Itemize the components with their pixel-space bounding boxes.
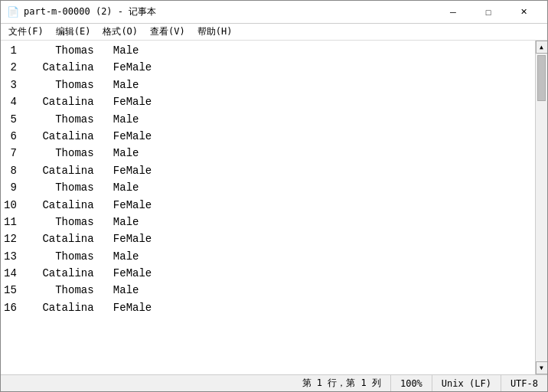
text-editor[interactable]: 1 Thomas Male 2 Catalina FeMale 3 Thomas…	[1, 41, 535, 374]
menu-edit[interactable]: 编辑(E)	[50, 24, 97, 40]
scroll-up-arrow[interactable]: ▲	[536, 41, 548, 54]
status-position: 第 1 行，第 1 列	[293, 375, 391, 391]
menu-bar: 文件(F) 编辑(E) 格式(O) 查看(V) 帮助(H)	[1, 24, 547, 41]
title-bar: 📄 part-m-00000 (2) - 记事本 ─ □ ✕	[1, 1, 547, 24]
scroll-thumb[interactable]	[537, 55, 546, 101]
status-lineending: Unix (LF)	[432, 375, 501, 391]
app-icon: 📄	[7, 6, 19, 18]
window-title: part-m-00000 (2) - 记事本	[24, 5, 435, 18]
maximize-button[interactable]: □	[471, 1, 506, 24]
scroll-track[interactable]	[536, 54, 547, 361]
menu-format[interactable]: 格式(O)	[96, 24, 144, 40]
status-encoding: UTF-8	[501, 375, 547, 391]
window-controls: ─ □ ✕	[435, 1, 541, 24]
vertical-scrollbar[interactable]: ▲ ▼	[535, 41, 547, 374]
notepad-window: 📄 part-m-00000 (2) - 记事本 ─ □ ✕ 文件(F) 编辑(…	[0, 0, 548, 392]
menu-file[interactable]: 文件(F)	[2, 24, 50, 40]
status-zoom: 100%	[391, 375, 432, 391]
close-button[interactable]: ✕	[506, 1, 541, 24]
menu-help[interactable]: 帮助(H)	[191, 24, 239, 40]
content-area: 1 Thomas Male 2 Catalina FeMale 3 Thomas…	[1, 41, 547, 374]
scroll-down-arrow[interactable]: ▼	[536, 361, 548, 374]
minimize-button[interactable]: ─	[435, 1, 471, 24]
status-bar: 第 1 行，第 1 列 100% Unix (LF) UTF-8	[1, 374, 547, 391]
menu-view[interactable]: 查看(V)	[144, 24, 191, 40]
